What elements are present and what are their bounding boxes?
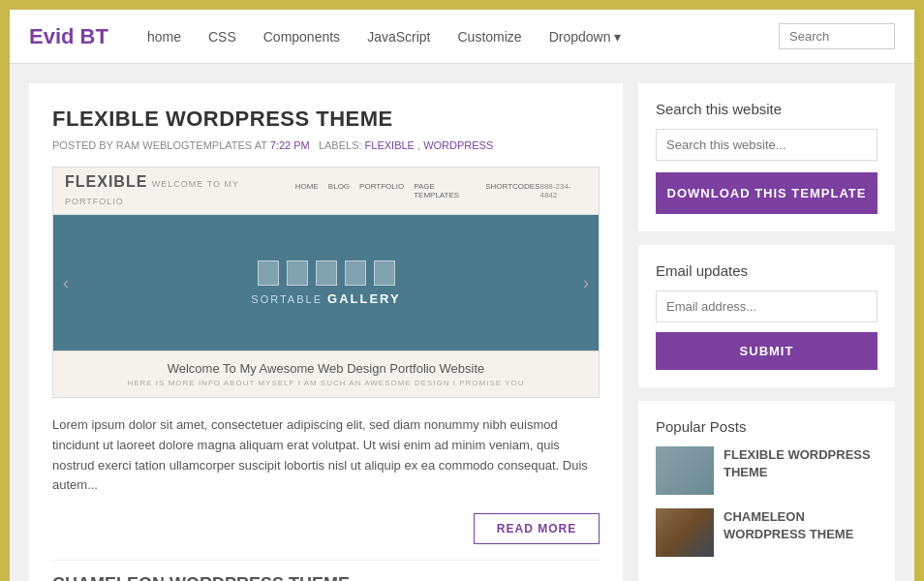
read-more-button[interactable]: READ MORE (474, 513, 600, 544)
chameleon-thumb-image (656, 508, 714, 557)
next-arrow-icon[interactable]: › (583, 273, 589, 293)
popular-posts-section: Popular Posts FLEXIBLE WORDPRESS THEME C… (638, 401, 895, 581)
dropdown-label: Dropdown (549, 29, 611, 45)
popular-post-thumb-2 (656, 508, 714, 557)
popular-post-title-1[interactable]: FLEXIBLE WORDPRESS THEME (724, 446, 878, 481)
article-body: Lorem ipsum dolor sit amet, consectetuer… (52, 415, 600, 496)
search-section-title: Search this website (656, 101, 878, 117)
preview-footer-section: Welcome To My Awesome Web Design Portfol… (53, 351, 599, 397)
email-input[interactable] (656, 290, 878, 322)
icon-box-2 (287, 260, 308, 286)
download-template-button[interactable]: DOWNLOAD THIS TEMPLATE (656, 172, 878, 214)
preview-footer-sub: HERE IS MORE INFO ABOUT MYSELF I AM SUCH… (69, 379, 583, 387)
flexible-thumb-image (656, 446, 714, 495)
preview-nav-home: HOME (295, 182, 319, 199)
preview-footer-title: Welcome To My Awesome Web Design Portfol… (69, 361, 583, 376)
popular-post-item-1: FLEXIBLE WORDPRESS THEME (656, 446, 878, 495)
preview-hero-subtext: SORTABLE GALLERY (251, 291, 400, 306)
nav-customize[interactable]: Customize (457, 29, 521, 45)
sidebar-search-input[interactable] (656, 129, 878, 161)
preview-image: FLEXIBLE WELCOME TO MY PORTFOLIO HOME BL… (52, 167, 600, 398)
preview-nav-pagetemplates: PAGE TEMPLATES (414, 182, 476, 199)
label-flexible: FLEXIBLE (365, 139, 415, 151)
preview-nav: HOME BLOG PORTFOLIO PAGE TEMPLATES SHORT… (295, 182, 540, 199)
sidebar: Search this website DOWNLOAD THIS TEMPLA… (638, 83, 895, 581)
prev-arrow-icon[interactable]: ‹ (63, 273, 69, 293)
label-wordpress: WORDPRESS (423, 139, 493, 151)
preview-nav-blog: BLOG (328, 182, 350, 199)
content-area: FLEXIBLE WORDPRESS THEME POSTED BY RAM W… (10, 64, 914, 581)
preview-header-bar: FLEXIBLE WELCOME TO MY PORTFOLIO HOME BL… (53, 168, 599, 215)
sidebar-search-section: Search this website DOWNLOAD THIS TEMPLA… (638, 83, 895, 231)
article-time: 7:22 PM (270, 139, 310, 151)
icon-box-3 (316, 260, 337, 286)
header: Evid BT home CSS Components JavaScript C… (10, 10, 914, 64)
outer-wrapper: Evid BT home CSS Components JavaScript C… (0, 0, 924, 581)
email-updates-section: Email updates SUBMIT (638, 245, 895, 387)
chevron-down-icon: ▾ (614, 29, 621, 45)
icon-box-4 (345, 260, 366, 286)
main-column: FLEXIBLE WORDPRESS THEME POSTED BY RAM W… (29, 83, 623, 581)
logo[interactable]: Evid BT (29, 24, 108, 49)
submit-button[interactable]: SUBMIT (656, 332, 878, 370)
nav-css[interactable]: CSS (208, 29, 236, 45)
nav-javascript[interactable]: JavaScript (367, 29, 430, 45)
preview-hero-content: SORTABLE GALLERY (251, 260, 400, 306)
nav-components[interactable]: Components (263, 29, 340, 45)
preview-icons (251, 260, 400, 286)
icon-box-1 (258, 260, 279, 286)
preview-nav-shortcodes: SHORTCODES (485, 182, 539, 199)
nav: home CSS Components JavaScript Customize… (147, 23, 895, 49)
preview-nav-portfolio: PORTFOLIO (359, 182, 404, 199)
next-article-title: CHAMELEON WORDPRESS THEME (52, 560, 600, 581)
preview-logo-area: FLEXIBLE WELCOME TO MY PORTFOLIO (65, 173, 295, 208)
popular-post-item-2: CHAMELEON WORDPRESS THEME (656, 508, 878, 557)
nav-dropdown[interactable]: Dropdown ▾ (549, 29, 622, 45)
meta-prefix: POSTED BY RAM WEBLOGTEMPLATES AT (52, 139, 267, 151)
header-search-input[interactable] (779, 23, 895, 49)
meta-labels-prefix: LABELS: (319, 139, 362, 151)
nav-home[interactable]: home (147, 29, 181, 45)
preview-inner: FLEXIBLE WELCOME TO MY PORTFOLIO HOME BL… (53, 168, 599, 397)
popular-posts-title: Popular Posts (656, 418, 878, 435)
preview-logo: FLEXIBLE (65, 173, 147, 190)
article-meta: POSTED BY RAM WEBLOGTEMPLATES AT 7:22 PM… (52, 139, 600, 151)
popular-post-title-2[interactable]: CHAMELEON WORDPRESS THEME (724, 508, 878, 543)
preview-hero: ‹ SORTABLE (53, 215, 599, 351)
preview-phone: 888-234-4842 (539, 182, 587, 199)
article-title: FLEXIBLE WORDPRESS THEME (52, 107, 600, 132)
icon-box-5 (374, 260, 395, 286)
main-container: Evid BT home CSS Components JavaScript C… (10, 10, 914, 581)
email-section-title: Email updates (656, 262, 878, 279)
popular-post-thumb-1 (656, 446, 714, 495)
